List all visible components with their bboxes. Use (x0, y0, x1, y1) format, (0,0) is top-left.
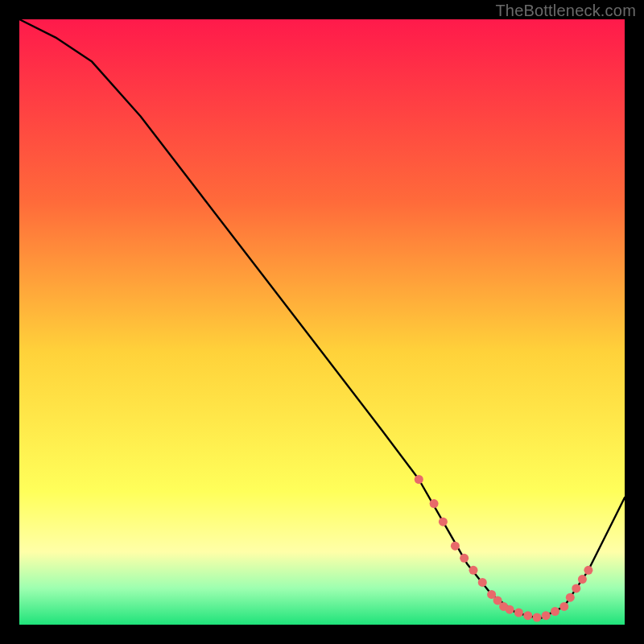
marker-dot (506, 605, 514, 614)
marker-dot (478, 578, 487, 587)
marker-dot (533, 613, 542, 622)
marker-dot (523, 611, 532, 620)
chart-svg (19, 19, 625, 625)
watermark-text: TheBottleneck.com (495, 2, 636, 20)
gradient-background (19, 19, 625, 625)
marker-dot (430, 499, 439, 508)
marker-dot (542, 611, 551, 620)
marker-dot (578, 575, 587, 584)
chart-frame: TheBottleneck.com (0, 0, 644, 644)
marker-dot (415, 475, 423, 484)
marker-dot (451, 542, 460, 551)
marker-dot (584, 566, 592, 575)
marker-dot (514, 609, 523, 617)
marker-dot (559, 602, 568, 611)
marker-dot (566, 593, 575, 602)
marker-dot (439, 518, 448, 526)
plot-area (19, 19, 625, 625)
marker-dot (551, 607, 559, 616)
marker-dot (460, 554, 469, 563)
marker-dot (469, 566, 478, 575)
marker-dot (572, 584, 580, 592)
